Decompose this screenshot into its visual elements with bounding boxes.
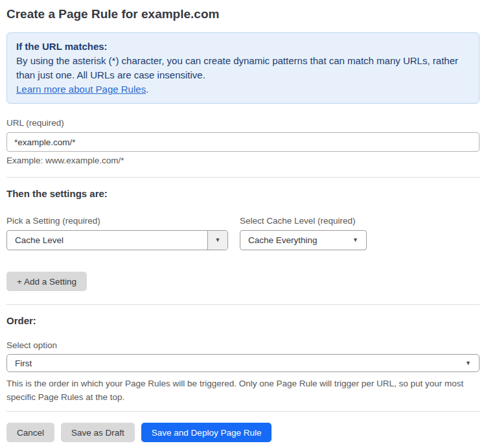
cache-level-value: Cache Everything xyxy=(240,231,353,250)
footer-button-row: Cancel Save as Draft Save and Deploy Pag… xyxy=(6,423,480,442)
add-setting-button[interactable]: + Add a Setting xyxy=(6,272,87,291)
link-period: . xyxy=(146,84,148,95)
cache-level-picker-group: Select Cache Level (required) Cache Ever… xyxy=(240,216,367,250)
section-divider xyxy=(6,177,480,178)
order-section-heading: Order: xyxy=(6,315,480,326)
info-box-body: By using the asterisk (*) character, you… xyxy=(16,54,470,82)
url-input[interactable] xyxy=(6,132,480,152)
info-box-heading: If the URL matches: xyxy=(16,40,470,54)
info-box-link-line: Learn more about Page Rules. xyxy=(16,82,470,97)
learn-more-link[interactable]: Learn more about Page Rules xyxy=(16,84,146,95)
save-deploy-button[interactable]: Save and Deploy Page Rule xyxy=(141,423,272,442)
cache-level-select[interactable]: Cache Everything ▼ xyxy=(240,230,367,250)
order-select-value: First xyxy=(7,355,465,371)
cancel-button[interactable]: Cancel xyxy=(6,423,54,442)
settings-section-heading: Then the settings are: xyxy=(6,188,480,199)
cache-level-label: Select Cache Level (required) xyxy=(240,216,367,226)
info-box-body-text: By using the asterisk (*) character, you… xyxy=(16,55,458,80)
setting-picker-value: Cache Level xyxy=(7,231,207,250)
settings-row: Pick a Setting (required) Cache Level ▼ … xyxy=(6,216,480,250)
section-divider xyxy=(6,304,480,305)
cache-level-arrow: ▼ xyxy=(353,231,366,250)
save-draft-button[interactable]: Save as Draft xyxy=(61,423,135,442)
order-select-label: Select option xyxy=(6,340,480,351)
chevron-down-icon: ▼ xyxy=(465,360,471,366)
url-match-info-box: If the URL matches: By using the asteris… xyxy=(6,32,480,104)
order-help-text: This is the order in which your Page Rul… xyxy=(6,377,480,404)
page-rule-form: Create a Page Rule for example.com If th… xyxy=(0,7,486,442)
chevron-down-icon: ▼ xyxy=(353,237,358,243)
chevron-down-icon: ▼ xyxy=(215,237,221,243)
page-title: Create a Page Rule for example.com xyxy=(6,7,480,21)
setting-picker-select[interactable]: Cache Level ▼ xyxy=(6,230,228,250)
setting-picker-label: Pick a Setting (required) xyxy=(6,216,228,226)
setting-picker-group: Pick a Setting (required) Cache Level ▼ xyxy=(6,216,228,250)
url-example-text: Example: www.example.com/* xyxy=(6,156,480,166)
order-select-arrow: ▼ xyxy=(465,355,479,371)
setting-picker-arrow-cell[interactable]: ▼ xyxy=(207,231,227,250)
footer-divider xyxy=(6,411,480,412)
url-label: URL (required) xyxy=(6,118,480,128)
order-select[interactable]: First ▼ xyxy=(6,354,480,372)
